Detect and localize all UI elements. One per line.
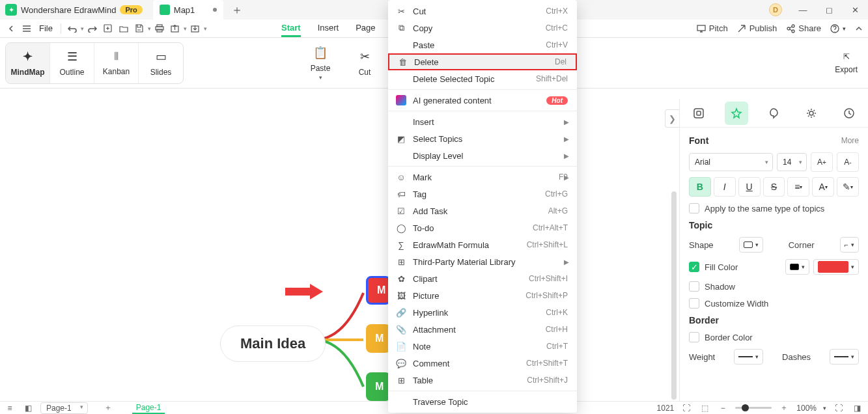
add-page-button[interactable]: ＋ [102,402,114,414]
shadow-checkbox[interactable]: Shadow [689,281,859,292]
highlight-button[interactable]: ✎ ▾ [837,177,859,197]
fill-color-select[interactable]: ▾ [813,259,859,275]
ctx-todo[interactable]: ◯To-doCtrl+Alt+T [388,219,577,236]
undo-icon[interactable] [65,21,79,36]
ctx-formula[interactable]: ∑EdrawMath FormulaCtrl+Shift+L [388,236,577,253]
ctx-copy[interactable]: ⧉CopyCtrl+C [388,20,577,36]
ctx-comment[interactable]: 💬CommentCtrl+Shift+T [388,355,577,372]
zoom-in-button[interactable]: ＋ [778,402,790,414]
central-topic[interactable]: Main Idea [220,325,326,362]
bold-button[interactable]: B [689,177,711,197]
border-color-checkbox[interactable]: Border Color [689,332,859,342]
tab-insert[interactable]: Insert [318,20,339,37]
font-family-select[interactable]: Arial▾ [689,153,773,171]
ctx-display-level[interactable]: Display Level▶ [388,147,577,164]
view-outline[interactable]: ☰Outline [50,43,94,83]
status-panel-right-icon[interactable]: ◨ [851,402,863,414]
font-decrease-button[interactable]: A- [837,152,859,172]
fullscreen-icon[interactable]: ⛶ [833,402,845,414]
panel-tab-history[interactable] [837,102,861,125]
ctx-paste[interactable]: PasteCtrl+V [388,36,577,53]
ctx-ai-content[interactable]: AI generated contentHot [388,92,577,109]
ctx-picture[interactable]: 🖼PictureCtrl+Shift+P [388,287,577,304]
fit-page-icon[interactable]: ⛶ [680,402,692,414]
user-avatar[interactable]: D [769,3,782,16]
new-icon[interactable] [101,21,115,36]
ctx-mark[interactable]: ☺MarkF9▶ [388,169,577,186]
minimize-button[interactable]: — [790,0,816,20]
panel-tab-layout[interactable] [687,102,710,125]
share-button[interactable]: Share [786,23,821,33]
ctx-hyperlink[interactable]: 🔗HyperlinkCtrl+K [388,304,577,321]
print-icon[interactable] [152,21,167,36]
page-tab-1[interactable]: Page-1 [132,402,165,414]
page-selector[interactable]: Page-1▾ [40,402,88,414]
panel-tab-icons[interactable] [800,102,823,125]
export-button[interactable]: ⇱Export [835,52,858,74]
italic-button[interactable]: I [714,177,736,197]
border-weight-select[interactable]: ▾ [734,349,763,365]
status-menu-icon[interactable]: ≡ [4,402,16,414]
ctx-tag[interactable]: 🏷TagCtrl+G [388,186,577,202]
cut-button[interactable]: ✂Cut [345,49,384,77]
fit-width-icon[interactable]: ⬚ [699,402,710,414]
fill-preset-select[interactable]: ▾ [785,259,809,275]
subtopic-2[interactable]: M [366,324,391,353]
file-menu[interactable]: File [35,23,57,33]
publish-button[interactable]: Publish [737,23,777,33]
corner-select[interactable]: ⌐▾ [840,237,859,253]
ctx-clipart[interactable]: ✿ClipartCtrl+Shift+I [388,270,577,287]
ctx-select-topics[interactable]: ◩Select Topics▶ [388,130,577,147]
redo-icon[interactable] [85,21,100,36]
shape-select[interactable]: ▾ [739,237,763,253]
strikethrough-button[interactable]: S [763,177,785,197]
tab-map1[interactable]: Map1 [153,0,224,20]
paste-button[interactable]: 📋Paste▾ [301,46,340,81]
new-tab-button[interactable]: ＋ [229,1,245,18]
view-slides[interactable]: ▭Slides [139,43,183,83]
collapse-ribbon-icon[interactable] [855,25,863,32]
ctx-delete[interactable]: 🗑DeleteDel [388,53,577,70]
underline-button[interactable]: U [738,177,761,197]
ctx-add-task[interactable]: ☑Add TaskAlt+G [388,202,577,219]
status-panel-icon[interactable]: ◧ [22,402,34,414]
vertical-scrollbar[interactable] [671,191,677,400]
font-more-link[interactable]: More [841,136,859,145]
help-button[interactable]: ▾ [830,24,846,33]
export-quick-icon[interactable] [168,21,182,36]
subtopic-1[interactable]: M [366,276,391,305]
font-increase-button[interactable]: A+ [811,152,833,172]
menu-icon[interactable] [20,21,34,36]
open-icon[interactable] [117,21,131,36]
ctx-attachment[interactable]: 📎AttachmentCtrl+H [388,321,577,338]
ctx-delete-selected[interactable]: Delete Selected TopicShift+Del [388,70,577,87]
apply-same-checkbox[interactable]: Apply to the same type of topics [689,203,859,214]
close-button[interactable]: ✕ [842,0,868,20]
view-mindmap[interactable]: ✦MindMap [6,43,50,83]
maximize-button[interactable]: ◻ [816,0,842,20]
panel-collapse-button[interactable]: ❯ [665,109,679,128]
font-size-select[interactable]: 14▾ [777,153,807,171]
back-icon[interactable] [4,21,18,36]
ctx-table[interactable]: ⊞TableCtrl+Shift+J [388,372,577,389]
font-color-button[interactable]: A ▾ [812,177,834,197]
view-kanban[interactable]: ⦀Kanban [94,43,139,83]
fill-color-checkbox[interactable]: ✓Fill Color [689,262,738,272]
ctx-traverse[interactable]: Traverse Topic [388,393,577,410]
subtopic-3[interactable]: M [366,372,391,401]
panel-tab-theme[interactable] [762,102,785,125]
border-dashes-select[interactable]: ▾ [830,349,859,365]
tab-start[interactable]: Start [281,20,301,37]
import-icon[interactable] [188,21,203,36]
save-icon[interactable] [132,21,147,36]
align-button[interactable]: ≡ ▾ [787,177,809,197]
tab-page[interactable]: Page [356,20,375,37]
zoom-slider[interactable] [735,407,772,409]
ctx-cut[interactable]: ✂CutCtrl+X [388,3,577,20]
panel-tab-style[interactable] [725,102,748,125]
zoom-out-button[interactable]: − [717,402,729,414]
custom-width-checkbox[interactable]: Customize Width [689,298,859,309]
ctx-third-party[interactable]: ⊞Third-Party Material Library▶ [388,253,577,270]
ctx-note[interactable]: 📄NoteCtrl+T [388,338,577,355]
pitch-button[interactable]: Pitch [697,23,728,33]
